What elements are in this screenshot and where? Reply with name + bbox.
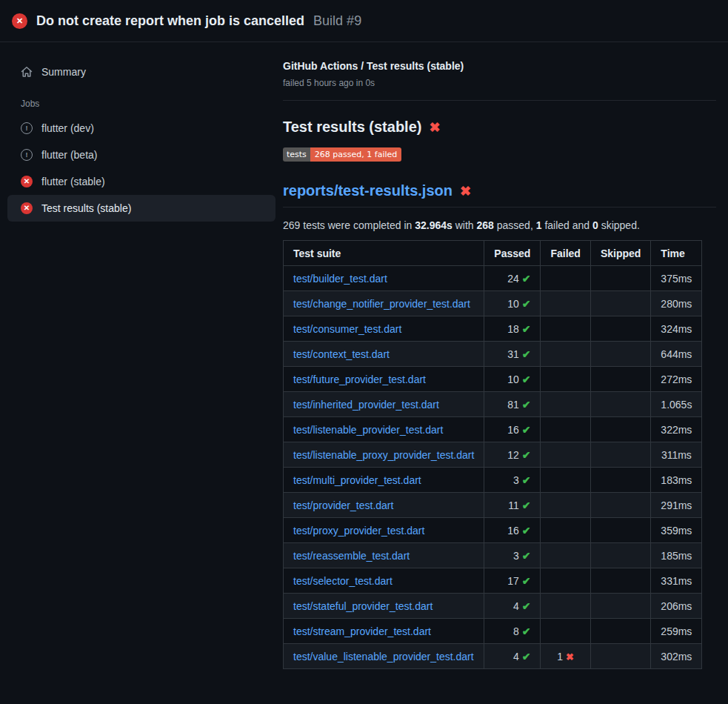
build-failed-icon: ✕ bbox=[12, 13, 27, 29]
time-cell: 183ms bbox=[651, 468, 702, 493]
check-icon: ✔ bbox=[522, 525, 531, 537]
test-result-row: test/reassemble_test.dart3 ✔185ms bbox=[284, 543, 702, 568]
sidebar-job-item[interactable]: ✕flutter (stable) bbox=[7, 168, 275, 195]
test-suite-link[interactable]: test/inherited_provider_test.dart bbox=[293, 399, 439, 411]
report-file-link[interactable]: reports/test-results.json bbox=[283, 182, 453, 199]
header-time: Time bbox=[651, 241, 702, 266]
failed-cell bbox=[541, 342, 590, 367]
check-icon: ✔ bbox=[522, 298, 531, 310]
suite-cell: test/listenable_provider_test.dart bbox=[284, 417, 484, 442]
test-result-row: test/inherited_provider_test.dart81 ✔1.0… bbox=[284, 392, 702, 417]
test-suite-link[interactable]: test/context_test.dart bbox=[293, 348, 390, 360]
tests-status-badge: tests 268 passed, 1 failed bbox=[283, 147, 401, 162]
failed-cell bbox=[541, 266, 590, 291]
breadcrumb: GitHub Actions / Test results (stable) bbox=[283, 60, 716, 72]
failed-cell bbox=[541, 367, 590, 392]
test-suite-link[interactable]: test/selector_test.dart bbox=[293, 575, 393, 587]
test-result-row: test/proxy_provider_test.dart16 ✔359ms bbox=[284, 518, 702, 543]
skipped-cell bbox=[590, 367, 650, 392]
suite-cell: test/consumer_test.dart bbox=[284, 316, 484, 342]
sidebar-job-item[interactable]: !flutter (dev) bbox=[7, 115, 275, 142]
passed-cell: 4 ✔ bbox=[484, 594, 541, 619]
suite-cell: test/change_notifier_provider_test.dart bbox=[284, 291, 484, 316]
check-icon: ✔ bbox=[522, 600, 531, 612]
failed-cell bbox=[541, 417, 590, 442]
skipped-cell bbox=[590, 493, 650, 518]
test-suite-link[interactable]: test/future_provider_test.dart bbox=[293, 373, 426, 385]
suite-cell: test/future_provider_test.dart bbox=[284, 367, 484, 392]
test-suite-link[interactable]: test/listenable_provider_test.dart bbox=[293, 424, 443, 436]
skipped-cell bbox=[590, 316, 650, 342]
passed-cell: 24 ✔ bbox=[484, 266, 541, 291]
summary-failed-count: 1 bbox=[536, 219, 542, 231]
failed-cell bbox=[541, 594, 590, 619]
header-passed: Passed bbox=[484, 241, 541, 266]
divider bbox=[283, 100, 716, 101]
exclamation-circle-icon: ! bbox=[21, 149, 33, 161]
sidebar-job-item[interactable]: ✕Test results (stable) bbox=[7, 195, 275, 222]
passed-cell: 31 ✔ bbox=[484, 342, 541, 367]
check-icon: ✔ bbox=[522, 399, 531, 411]
sidebar-job-label: Test results (stable) bbox=[41, 202, 131, 214]
sidebar-job-item[interactable]: !flutter (beta) bbox=[7, 142, 275, 168]
test-suite-link[interactable]: test/provider_test.dart bbox=[293, 499, 393, 511]
build-number: Build #9 bbox=[313, 13, 361, 29]
test-result-row: test/multi_provider_test.dart3 ✔183ms bbox=[284, 468, 702, 493]
failed-cell bbox=[541, 468, 590, 493]
skipped-cell bbox=[590, 594, 650, 619]
time-cell: 280ms bbox=[651, 291, 702, 316]
failed-cell bbox=[541, 493, 590, 518]
time-cell: 331ms bbox=[651, 568, 702, 594]
check-icon: ✔ bbox=[522, 625, 531, 637]
test-suite-link[interactable]: test/reassemble_test.dart bbox=[293, 550, 410, 562]
check-icon: ✔ bbox=[522, 348, 531, 360]
test-result-row: test/stateful_provider_test.dart4 ✔206ms bbox=[284, 594, 702, 619]
passed-cell: 3 ✔ bbox=[484, 468, 541, 493]
time-cell: 272ms bbox=[651, 367, 702, 392]
summary-part: skipped. bbox=[598, 219, 640, 231]
test-suite-link[interactable]: test/listenable_proxy_provider_test.dart bbox=[293, 449, 474, 461]
table-header-row: Test suite Passed Failed Skipped Time bbox=[284, 241, 702, 266]
suite-cell: test/selector_test.dart bbox=[284, 568, 484, 594]
test-suite-link[interactable]: test/stream_provider_test.dart bbox=[293, 625, 431, 637]
test-suite-link[interactable]: test/stateful_provider_test.dart bbox=[293, 600, 433, 612]
failed-cell bbox=[541, 568, 590, 594]
badge-value: 268 passed, 1 failed bbox=[310, 147, 401, 162]
header-failed: Failed bbox=[541, 241, 590, 266]
passed-cell: 10 ✔ bbox=[484, 367, 541, 392]
time-cell: 322ms bbox=[651, 417, 702, 442]
sidebar-item-summary[interactable]: Summary bbox=[7, 59, 275, 85]
suite-cell: test/stream_provider_test.dart bbox=[284, 619, 484, 644]
header-test-suite: Test suite bbox=[284, 241, 484, 266]
suite-cell: test/listenable_proxy_provider_test.dart bbox=[284, 442, 484, 468]
time-cell: 291ms bbox=[651, 493, 702, 518]
sidebar-job-label: flutter (beta) bbox=[41, 149, 97, 161]
section-title: Test results (stable) ✖ bbox=[283, 119, 716, 136]
jobs-heading: Jobs bbox=[21, 99, 283, 109]
test-suite-link[interactable]: test/change_notifier_provider_test.dart bbox=[293, 298, 470, 310]
time-cell: 359ms bbox=[651, 518, 702, 543]
test-suite-link[interactable]: test/builder_test.dart bbox=[293, 273, 387, 285]
passed-cell: 10 ✔ bbox=[484, 291, 541, 316]
test-suite-link[interactable]: test/value_listenable_provider_test.dart bbox=[293, 651, 474, 663]
summary-skipped-count: 0 bbox=[592, 219, 598, 231]
time-cell: 324ms bbox=[651, 316, 702, 342]
test-suite-link[interactable]: test/consumer_test.dart bbox=[293, 323, 401, 335]
passed-cell: 18 ✔ bbox=[484, 316, 541, 342]
check-icon: ✔ bbox=[522, 323, 531, 335]
skipped-cell bbox=[590, 266, 650, 291]
check-icon: ✔ bbox=[522, 424, 531, 436]
test-suite-link[interactable]: test/proxy_provider_test.dart bbox=[293, 525, 424, 537]
test-result-row: test/context_test.dart31 ✔644ms bbox=[284, 342, 702, 367]
check-icon: ✔ bbox=[522, 273, 531, 285]
test-result-row: test/provider_test.dart11 ✔291ms bbox=[284, 493, 702, 518]
skipped-cell bbox=[590, 543, 650, 568]
test-result-row: test/selector_test.dart17 ✔331ms bbox=[284, 568, 702, 594]
test-result-row: test/listenable_proxy_provider_test.dart… bbox=[284, 442, 702, 468]
suite-cell: test/reassemble_test.dart bbox=[284, 543, 484, 568]
passed-cell: 3 ✔ bbox=[484, 543, 541, 568]
home-icon bbox=[21, 66, 33, 78]
test-suite-link[interactable]: test/multi_provider_test.dart bbox=[293, 474, 421, 486]
passed-cell: 16 ✔ bbox=[484, 417, 541, 442]
passed-cell: 12 ✔ bbox=[484, 442, 541, 468]
